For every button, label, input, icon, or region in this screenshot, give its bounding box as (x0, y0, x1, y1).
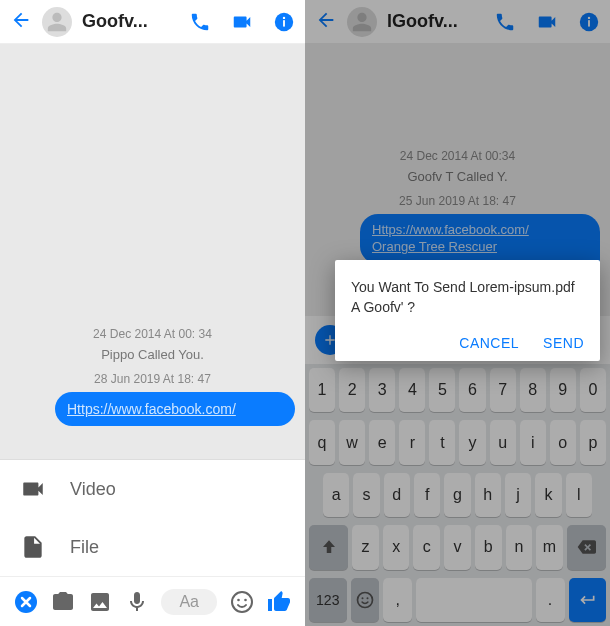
key-n[interactable]: n (506, 525, 533, 569)
svg-point-4 (232, 592, 252, 612)
message-link[interactable]: Https://www.facebook.com/ (372, 222, 588, 239)
key-0[interactable]: 0 (580, 368, 606, 412)
avatar[interactable] (42, 7, 72, 37)
composer-bar: Aa (0, 576, 305, 626)
enter-key[interactable] (569, 578, 607, 622)
mic-icon[interactable] (125, 590, 149, 614)
key-q[interactable]: q (309, 420, 335, 464)
key-y[interactable]: y (459, 420, 485, 464)
key-row-qwerty: qwertyuiop (305, 416, 610, 468)
timestamp: 28 Jun 2019 At 18: 47 (10, 372, 295, 386)
attach-video[interactable]: Video (0, 460, 305, 518)
contact-name[interactable]: lGoofv... (387, 11, 484, 32)
key-8[interactable]: 8 (520, 368, 546, 412)
key-p[interactable]: p (580, 420, 606, 464)
key-f[interactable]: f (414, 473, 440, 517)
svg-point-10 (357, 592, 372, 607)
key-row-numbers: 1234567890 (305, 364, 610, 416)
key-7[interactable]: 7 (490, 368, 516, 412)
phone-icon[interactable] (189, 11, 211, 33)
key-1[interactable]: 1 (309, 368, 335, 412)
key-3[interactable]: 3 (369, 368, 395, 412)
key-i[interactable]: i (520, 420, 546, 464)
key-4[interactable]: 4 (399, 368, 425, 412)
send-dialog: You Want To Send Lorem-ipsum.pdf A Goofv… (335, 260, 600, 361)
key-g[interactable]: g (444, 473, 470, 517)
key-e[interactable]: e (369, 420, 395, 464)
key-row-zxcv: zxcvbnm (305, 521, 610, 573)
text-input[interactable]: Aa (161, 589, 217, 615)
key-123[interactable]: 123 (309, 578, 347, 622)
timestamp: 24 Dec 2014 At 00:34 (315, 149, 600, 163)
send-button[interactable]: SEND (543, 335, 584, 351)
key-a[interactable]: a (323, 473, 349, 517)
cancel-button[interactable]: CANCEL (459, 335, 519, 351)
backspace-key[interactable] (567, 525, 606, 569)
key-m[interactable]: m (536, 525, 563, 569)
timestamp: 24 Dec 2014 At 00: 34 (10, 327, 295, 341)
info-icon[interactable] (273, 11, 295, 33)
key-k[interactable]: k (535, 473, 561, 517)
attach-file-label: File (70, 537, 99, 558)
svg-point-11 (361, 597, 363, 599)
space-key[interactable] (416, 578, 531, 622)
key-l[interactable]: l (566, 473, 592, 517)
video-call-icon[interactable] (231, 11, 253, 33)
key-6[interactable]: 6 (459, 368, 485, 412)
back-icon[interactable] (315, 9, 337, 35)
close-icon[interactable] (14, 590, 38, 614)
back-icon[interactable] (10, 9, 32, 35)
key-u[interactable]: u (490, 420, 516, 464)
key-h[interactable]: h (475, 473, 501, 517)
emoji-key[interactable] (351, 578, 380, 622)
keyboard: 1234567890 qwertyuiop asdfghjkl zxcvbnm … (305, 364, 610, 626)
attach-video-label: Video (70, 479, 116, 500)
message-bubble[interactable]: Https://www.facebook.com/ Orange Tree Re… (360, 214, 600, 264)
comma-key[interactable]: , (383, 578, 412, 622)
key-w[interactable]: w (339, 420, 365, 464)
svg-point-9 (588, 16, 590, 18)
svg-point-12 (366, 597, 368, 599)
contact-name[interactable]: Goofv... (82, 11, 179, 32)
key-j[interactable]: j (505, 473, 531, 517)
message-bubble[interactable]: Https://www.facebook.com/ (55, 392, 295, 426)
key-t[interactable]: t (429, 420, 455, 464)
phone-icon[interactable] (494, 11, 516, 33)
svg-rect-8 (588, 20, 590, 26)
key-row-asdf: asdfghjkl (305, 469, 610, 521)
key-v[interactable]: v (444, 525, 471, 569)
key-c[interactable]: c (413, 525, 440, 569)
call-notice: Goofv T Called Y. (315, 169, 600, 184)
video-call-icon[interactable] (536, 11, 558, 33)
key-z[interactable]: z (352, 525, 379, 569)
attach-file[interactable]: File (0, 518, 305, 576)
key-x[interactable]: x (383, 525, 410, 569)
avatar[interactable] (347, 7, 377, 37)
gallery-icon[interactable] (88, 590, 112, 614)
video-icon (20, 476, 46, 502)
message-link[interactable]: Https://www.facebook.com/ (67, 401, 236, 417)
key-d[interactable]: d (384, 473, 410, 517)
key-o[interactable]: o (550, 420, 576, 464)
emoji-icon[interactable] (230, 590, 254, 614)
call-notice: Pippo Called You. (10, 347, 295, 362)
period-key[interactable]: . (536, 578, 565, 622)
svg-point-6 (244, 598, 247, 601)
key-9[interactable]: 9 (550, 368, 576, 412)
timestamp: 25 Jun 2019 At 18: 47 (315, 194, 600, 208)
key-b[interactable]: b (475, 525, 502, 569)
key-r[interactable]: r (399, 420, 425, 464)
svg-rect-1 (283, 20, 285, 26)
file-icon (20, 534, 46, 560)
info-icon[interactable] (578, 11, 600, 33)
key-5[interactable]: 5 (429, 368, 455, 412)
shift-key[interactable] (309, 525, 348, 569)
chat-header: Goofv... (0, 0, 305, 44)
attach-sheet: Video File (0, 459, 305, 576)
camera-icon[interactable] (51, 590, 75, 614)
key-s[interactable]: s (353, 473, 379, 517)
message-link[interactable]: Orange Tree Rescuer (372, 239, 588, 256)
like-icon[interactable] (267, 590, 291, 614)
key-2[interactable]: 2 (339, 368, 365, 412)
chat-header: lGoofv... (305, 0, 610, 44)
